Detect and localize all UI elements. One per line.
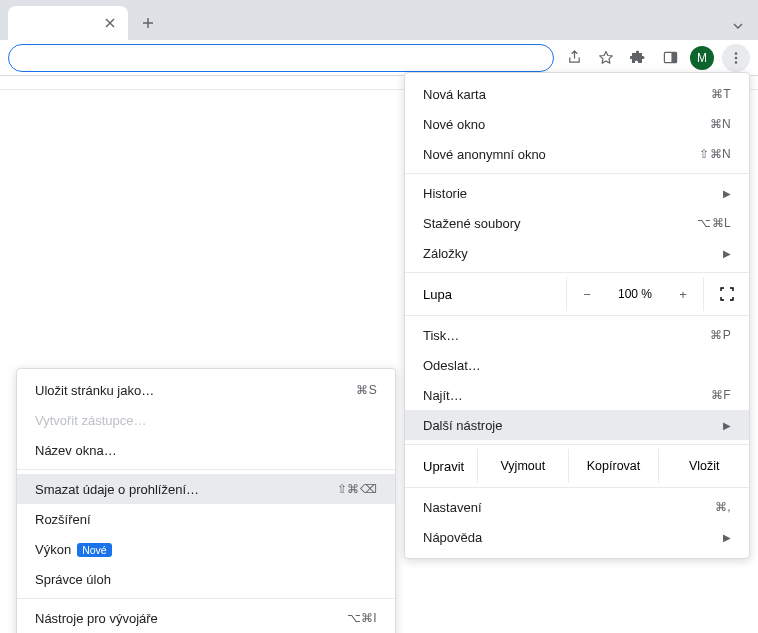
profile-avatar[interactable]: M bbox=[690, 46, 714, 70]
menu-separator bbox=[405, 272, 749, 273]
menu-settings[interactable]: Nastavení ⌘, bbox=[405, 492, 749, 522]
svg-point-3 bbox=[735, 56, 738, 59]
zoom-in-button[interactable]: + bbox=[663, 277, 703, 311]
menu-cast[interactable]: Odeslat… bbox=[405, 350, 749, 380]
chevron-right-icon: ▶ bbox=[723, 188, 731, 199]
menu-separator bbox=[405, 315, 749, 316]
submenu-task-manager[interactable]: Správce úloh bbox=[17, 564, 395, 594]
menu-bookmarks[interactable]: Záložky ▶ bbox=[405, 238, 749, 268]
toolbar: M bbox=[0, 40, 758, 76]
new-tab-button[interactable] bbox=[134, 9, 162, 37]
menu-history[interactable]: Historie ▶ bbox=[405, 178, 749, 208]
close-tab-icon[interactable] bbox=[102, 15, 118, 31]
menu-zoom: Lupa − 100 % + bbox=[405, 277, 749, 311]
cut-button[interactable]: Vyjmout bbox=[477, 449, 568, 483]
menu-downloads[interactable]: Stažené soubory ⌥⌘L bbox=[405, 208, 749, 238]
svg-rect-1 bbox=[671, 52, 676, 62]
new-badge: Nové bbox=[77, 543, 112, 557]
menu-edit-row: Upravit Vyjmout Kopírovat Vložit bbox=[405, 449, 749, 483]
extensions-puzzle-icon[interactable] bbox=[626, 46, 650, 70]
submenu-name-window[interactable]: Název okna… bbox=[17, 435, 395, 465]
submenu-extensions[interactable]: Rozšíření bbox=[17, 504, 395, 534]
submenu-save-as[interactable]: Uložit stránku jako… ⌘S bbox=[17, 375, 395, 405]
menu-find[interactable]: Najít… ⌘F bbox=[405, 380, 749, 410]
menu-help[interactable]: Nápověda ▶ bbox=[405, 522, 749, 552]
submenu-performance[interactable]: VýkonNové bbox=[17, 534, 395, 564]
zoom-out-button[interactable]: − bbox=[567, 277, 607, 311]
tab-dropdown-icon[interactable] bbox=[732, 20, 744, 32]
fullscreen-button[interactable] bbox=[703, 277, 749, 311]
more-tools-submenu: Uložit stránku jako… ⌘S Vytvořit zástupc… bbox=[16, 368, 396, 633]
bookmark-star-icon[interactable] bbox=[594, 46, 618, 70]
share-icon[interactable] bbox=[562, 46, 586, 70]
menu-separator bbox=[405, 487, 749, 488]
menu-new-tab[interactable]: Nová karta ⌘T bbox=[405, 79, 749, 109]
menu-more-tools[interactable]: Další nástroje ▶ bbox=[405, 410, 749, 440]
menu-print[interactable]: Tisk… ⌘P bbox=[405, 320, 749, 350]
paste-button[interactable]: Vložit bbox=[658, 449, 749, 483]
sidepanel-icon[interactable] bbox=[658, 46, 682, 70]
submenu-developer-tools[interactable]: Nástroje pro vývojáře ⌥⌘I bbox=[17, 603, 395, 633]
menu-separator bbox=[405, 173, 749, 174]
chevron-right-icon: ▶ bbox=[723, 248, 731, 259]
chevron-right-icon: ▶ bbox=[723, 532, 731, 543]
main-menu-button[interactable] bbox=[722, 44, 750, 72]
submenu-create-shortcut: Vytvořit zástupce… bbox=[17, 405, 395, 435]
svg-point-2 bbox=[735, 52, 738, 55]
menu-new-window[interactable]: Nové okno ⌘N bbox=[405, 109, 749, 139]
copy-button[interactable]: Kopírovat bbox=[568, 449, 659, 483]
main-menu: Nová karta ⌘T Nové okno ⌘N Nové anonymní… bbox=[404, 72, 750, 559]
menu-separator bbox=[17, 469, 395, 470]
edit-label: Upravit bbox=[405, 449, 477, 483]
browser-tab[interactable] bbox=[8, 6, 128, 40]
chevron-right-icon: ▶ bbox=[723, 420, 731, 431]
menu-separator bbox=[17, 598, 395, 599]
zoom-value: 100 % bbox=[607, 287, 663, 301]
avatar-initial: M bbox=[697, 51, 707, 65]
submenu-clear-browsing-data[interactable]: Smazat údaje o prohlížení… ⇧⌘⌫ bbox=[17, 474, 395, 504]
tab-strip bbox=[0, 0, 758, 40]
menu-incognito[interactable]: Nové anonymní okno ⇧⌘N bbox=[405, 139, 749, 169]
menu-separator bbox=[405, 444, 749, 445]
address-bar[interactable] bbox=[8, 44, 554, 72]
svg-point-4 bbox=[735, 61, 738, 64]
